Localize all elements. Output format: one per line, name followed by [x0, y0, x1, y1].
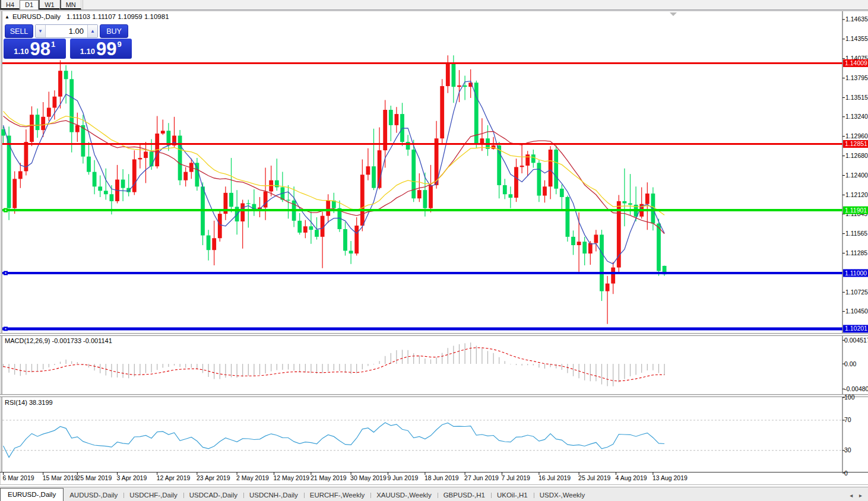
candle-body	[429, 185, 433, 208]
date-label: 7 Jul 2019	[502, 474, 531, 481]
tab-scroll-arrows: ◂ ▸	[845, 492, 868, 501]
tab-usdx-weekly[interactable]: USDX-,Weekly	[534, 490, 591, 501]
date-label: 6 Mar 2019	[3, 474, 34, 481]
candle-body	[69, 79, 74, 132]
candle-body	[372, 166, 376, 188]
candle-body	[297, 221, 302, 233]
candle-body	[457, 85, 461, 87]
tab-audusd-daily[interactable]: AUDUSD-,Daily	[64, 490, 123, 501]
price-tick-label: 1.11285	[845, 249, 867, 256]
horizontal-lines: 1.140091.128511.119011.110001.10201	[2, 59, 868, 332]
buy-button[interactable]: BUY	[100, 24, 128, 38]
candle-body	[81, 125, 85, 157]
candle-body	[93, 172, 97, 187]
scroll-position-marker-icon[interactable]	[670, 12, 677, 16]
buy-price-prefix: 1.10	[80, 47, 95, 56]
candle-body	[36, 115, 40, 130]
symbol-tabs: EURUSD-,DailyAUDUSD-,DailyUSDCHF-,DailyU…	[0, 488, 591, 501]
date-label: 30 May 2019	[350, 474, 387, 481]
price-tick-label: 1.11565	[845, 230, 867, 237]
price-tick-label: 1.13795	[845, 74, 868, 81]
candle-body	[138, 158, 142, 159]
tab-usdcnh-daily[interactable]: USDCNH-,Daily	[243, 490, 304, 501]
chart-ohlc-values: 1.11103 1.11107 1.10959 1.10981	[66, 13, 169, 20]
candle-body	[628, 203, 632, 204]
volume-up-icon[interactable]: ▲	[87, 25, 97, 37]
candle-body	[389, 110, 393, 125]
date-label: 25 Mar 2019	[77, 474, 112, 481]
date-label: 25 Jul 2019	[578, 474, 610, 481]
date-label: 27 Jun 2019	[464, 474, 499, 481]
candle-body	[411, 150, 416, 198]
buy-price-box[interactable]: 1.10 99 9	[70, 39, 132, 59]
volume-stepper: ▼ 1.00 ▲	[35, 24, 98, 38]
sell-button[interactable]: SELL	[5, 24, 33, 38]
price-tick-label: 1.10450	[845, 307, 868, 315]
date-label: 18 Jun 2019	[425, 474, 459, 481]
candle-body	[446, 64, 450, 86]
macd-tick-label: 0.00	[844, 360, 857, 367]
candle-body	[349, 251, 353, 253]
hline-handle-dot	[5, 328, 7, 329]
candle-body	[275, 180, 279, 188]
tab-usdcad-daily[interactable]: USDCAD-,Daily	[183, 490, 243, 501]
price-tick-label: 1.12400	[845, 172, 868, 179]
volume-input[interactable]: 1.00	[46, 25, 87, 37]
candle-body	[514, 167, 518, 198]
price-badge-label: 1.11901	[845, 207, 867, 214]
date-label: 2 May 2019	[236, 474, 269, 481]
candle-body	[315, 230, 319, 237]
candle-body	[657, 224, 661, 271]
candle-body	[98, 186, 102, 191]
tab-scroll-right-icon[interactable]: ▸	[859, 492, 862, 499]
candle-body	[53, 97, 57, 108]
buy-price-pipette: 9	[118, 40, 122, 49]
collapse-arrow-icon[interactable]: ▲	[5, 14, 9, 20]
price-tick-label: 1.12120	[845, 191, 868, 198]
price-tick-label: 1.14635	[845, 15, 868, 23]
candle-body	[463, 85, 467, 87]
candle-body	[560, 189, 564, 197]
candle-body	[566, 197, 570, 237]
candle-body	[75, 125, 80, 132]
candle-body	[600, 234, 604, 291]
candle-body	[577, 242, 581, 245]
date-label: 3 Apr 2019	[117, 474, 147, 481]
time-axis: 6 Mar 201915 Mar 201925 Mar 20193 Apr 20…	[3, 473, 688, 481]
ma-fast-line	[4, 81, 665, 264]
candle-body	[309, 226, 313, 230]
tab-gbpusd-h1[interactable]: GBPUSD-,H1	[438, 490, 491, 501]
candle-body	[218, 214, 222, 238]
price-tick-label: 1.14355	[845, 35, 868, 42]
candle-body	[47, 108, 51, 117]
price-tick-label: 1.13515	[845, 94, 868, 101]
tab-scroll-left-icon[interactable]: ◂	[850, 492, 853, 499]
rsi-tick-label: 100	[844, 394, 855, 401]
tab-xauusd-weekly[interactable]: XAUUSD-,Weekly	[370, 490, 437, 501]
tab-eurchf-weekly[interactable]: EURCHF-,Weekly	[304, 490, 370, 501]
sell-price-box[interactable]: 1.10 98 1	[4, 39, 66, 59]
rsi-line	[4, 423, 665, 457]
candle-body	[537, 163, 541, 195]
candle-body	[366, 166, 370, 175]
candle-body	[417, 190, 422, 198]
tab-usdchf-daily[interactable]: USDCHF-,Daily	[123, 490, 183, 501]
candle-body	[121, 180, 125, 188]
chart-title: ▲EURUSD-,Daily1.11103 1.11107 1.10959 1.…	[5, 13, 169, 20]
symbol-tab-bar: EURUSD-,DailyAUDUSD-,DailyUSDCHF-,DailyU…	[0, 487, 868, 501]
candle-body	[18, 171, 23, 179]
candle-body	[594, 234, 598, 243]
hline-handle-dot	[5, 210, 7, 211]
date-label: 9 Jun 2019	[388, 474, 419, 481]
candle-body	[150, 152, 154, 167]
candle-body	[531, 154, 536, 163]
candle-body	[509, 194, 513, 198]
candle-body	[343, 229, 347, 251]
candle-body	[588, 243, 593, 253]
volume-down-icon[interactable]: ▼	[36, 25, 46, 37]
tab-ukoil-h1[interactable]: UKOil-,H1	[491, 490, 534, 501]
candle-body	[12, 179, 17, 208]
tab-eurusd-daily[interactable]: EURUSD-,Daily	[0, 488, 64, 501]
date-label: 16 Jul 2019	[538, 474, 571, 481]
candle-body	[525, 154, 530, 166]
